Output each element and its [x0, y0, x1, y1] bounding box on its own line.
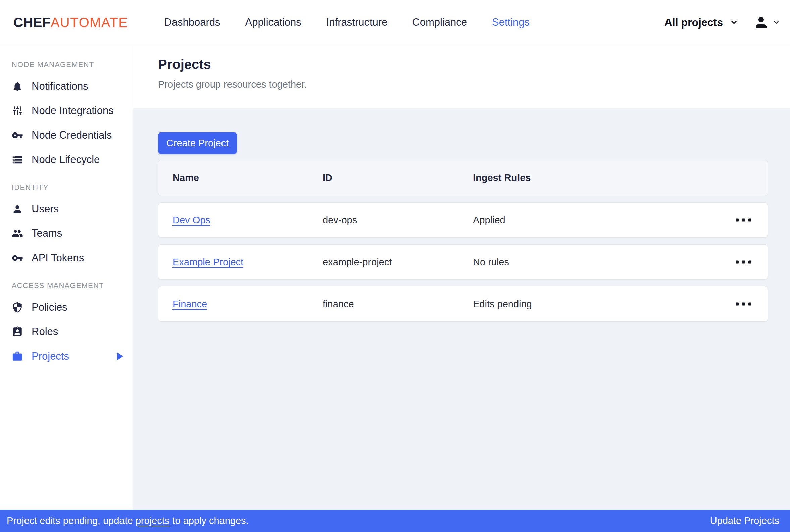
- project-id: dev-ops: [322, 215, 357, 226]
- sidebar-item-users[interactable]: Users: [0, 196, 133, 221]
- user-menu[interactable]: [753, 15, 780, 31]
- sidebar-item-label: Policies: [32, 301, 68, 313]
- project-id: finance: [322, 299, 354, 310]
- sidebar-item-label: Users: [32, 203, 59, 215]
- project-ingest-rules-status: Applied: [473, 215, 505, 226]
- banner-projects-link[interactable]: projects: [136, 515, 170, 526]
- key-icon: [12, 130, 23, 141]
- sidebar-item-projects[interactable]: Projects: [0, 344, 133, 368]
- banner-message-prefix: Project edits pending, update: [7, 515, 136, 526]
- row-menu-button[interactable]: [732, 215, 755, 225]
- projects-filter-label: All projects: [664, 16, 723, 29]
- key-icon: [12, 252, 23, 264]
- column-header-ingest-rules: Ingest Rules: [473, 172, 531, 184]
- update-projects-button[interactable]: Update Projects: [710, 515, 779, 526]
- row-menu-button[interactable]: [732, 257, 755, 267]
- logo-chef-text: CHEF: [14, 15, 51, 30]
- storage-icon: [12, 154, 23, 165]
- sliders-icon: [12, 105, 23, 116]
- nav-item-infrastructure[interactable]: Infrastructure: [326, 16, 388, 28]
- bell-icon: [12, 80, 23, 92]
- shield-icon: [12, 302, 23, 313]
- nav-item-dashboards[interactable]: Dashboards: [164, 16, 220, 28]
- sidebar-section-label-node-management: NODE MANAGEMENT: [12, 60, 133, 69]
- chevron-down-icon: [730, 18, 738, 27]
- sidebar: NODE MANAGEMENTNotificationsNode Integra…: [0, 45, 133, 510]
- banner-message: Project edits pending, update projects t…: [7, 515, 249, 526]
- table-row-dev-ops: Dev Opsdev-opsApplied: [158, 202, 768, 238]
- sidebar-item-roles[interactable]: Roles: [0, 319, 133, 344]
- briefcase-icon: [12, 350, 23, 362]
- sidebar-item-node-credentials[interactable]: Node Credentials: [0, 123, 133, 147]
- main-panel: Projects Projects group resources togeth…: [133, 45, 790, 510]
- project-ingest-rules-status: Edits pending: [473, 299, 532, 310]
- sidebar-item-notifications[interactable]: Notifications: [0, 74, 133, 98]
- update-projects-banner: Project edits pending, update projects t…: [0, 510, 790, 532]
- sidebar-item-label: Node Lifecycle: [32, 154, 100, 166]
- main-nav: DashboardsApplicationsInfrastructureComp…: [164, 16, 530, 28]
- sidebar-section-label-access-management: ACCESS MANAGEMENT: [12, 281, 133, 290]
- chef-automate-logo[interactable]: CHEFAUTOMATE: [14, 15, 128, 30]
- nav-item-compliance[interactable]: Compliance: [412, 16, 467, 28]
- sidebar-item-label: Node Credentials: [32, 129, 112, 141]
- sidebar-item-label: Projects: [32, 350, 69, 362]
- top-nav: CHEFAUTOMATE DashboardsApplicationsInfra…: [0, 0, 790, 45]
- page-header: Projects Projects group resources togeth…: [133, 45, 790, 108]
- app-root: CHEFAUTOMATE DashboardsApplicationsInfra…: [0, 0, 790, 532]
- user-avatar-icon: [753, 15, 769, 31]
- group-icon: [12, 228, 23, 239]
- project-name-link[interactable]: Dev Ops: [172, 215, 210, 226]
- projects-table-header: NameIDIngest Rules: [158, 160, 768, 196]
- banner-message-suffix: to apply changes.: [169, 515, 248, 526]
- page-subtitle: Projects group resources together.: [158, 79, 790, 90]
- sidebar-item-teams[interactable]: Teams: [0, 221, 133, 246]
- row-menu-button[interactable]: [732, 299, 755, 309]
- column-header-id: ID: [322, 172, 332, 184]
- sidebar-item-label: API Tokens: [32, 252, 84, 264]
- project-ingest-rules-status: No rules: [473, 256, 509, 268]
- badge-icon: [12, 326, 23, 338]
- sidebar-item-label: Notifications: [32, 80, 88, 92]
- chevron-down-icon: [773, 19, 780, 26]
- projects-filter-dropdown[interactable]: All projects: [664, 16, 738, 29]
- sidebar-item-label: Teams: [32, 227, 62, 240]
- sidebar-item-label: Node Integrations: [32, 104, 114, 117]
- content-area: Create Project NameIDIngest Rules Dev Op…: [133, 108, 790, 510]
- sidebar-item-node-lifecycle[interactable]: Node Lifecycle: [0, 147, 133, 172]
- project-name-link[interactable]: Finance: [172, 299, 207, 310]
- project-name-link[interactable]: Example Project: [172, 256, 243, 268]
- project-id: example-project: [322, 256, 392, 268]
- sidebar-section-label-identity: IDENTITY: [12, 183, 133, 192]
- sidebar-item-label: Roles: [32, 326, 58, 338]
- nav-right-group: All projects: [664, 15, 780, 31]
- nav-item-settings[interactable]: Settings: [492, 16, 530, 28]
- create-project-button[interactable]: Create Project: [158, 132, 237, 154]
- sidebar-item-node-integrations[interactable]: Node Integrations: [0, 98, 133, 123]
- table-row-example-project: Example Projectexample-projectNo rules: [158, 244, 768, 280]
- table-row-finance: FinancefinanceEdits pending: [158, 286, 768, 322]
- column-header-name: Name: [172, 172, 199, 184]
- page-title: Projects: [158, 57, 790, 72]
- caret-right-icon: [117, 352, 123, 360]
- nav-item-applications[interactable]: Applications: [245, 16, 301, 28]
- person-icon: [12, 203, 23, 215]
- sidebar-item-policies[interactable]: Policies: [0, 295, 133, 319]
- logo-automate-text: AUTOMATE: [51, 15, 128, 30]
- sidebar-item-api-tokens[interactable]: API Tokens: [0, 246, 133, 270]
- projects-table: Dev Opsdev-opsAppliedExample Projectexam…: [158, 202, 790, 322]
